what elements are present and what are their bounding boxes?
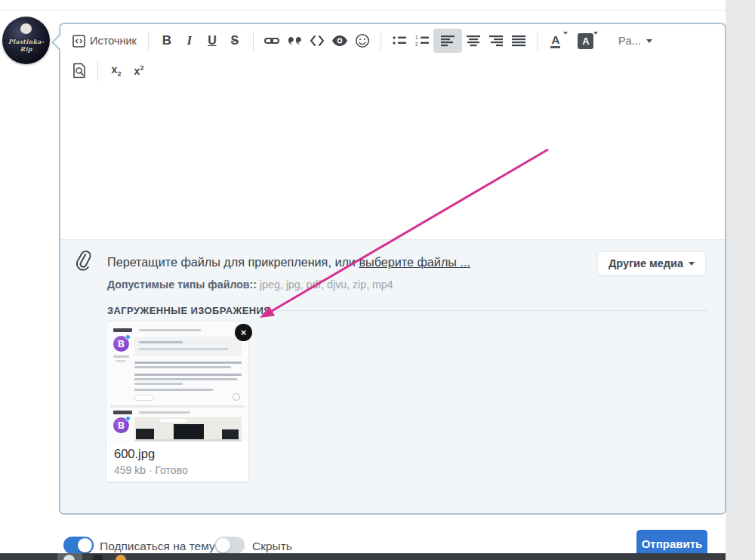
- other-media-button[interactable]: Другие медиа: [597, 251, 706, 275]
- drag-prefix: Перетащите файлы для прикрепления, или: [107, 255, 359, 269]
- top-divider: [0, 10, 726, 11]
- thumb-avatar2-letter: B: [118, 420, 125, 431]
- preview-toggle-button[interactable]: [328, 29, 351, 53]
- toggle-knob: [78, 538, 92, 552]
- source-button[interactable]: Источник: [68, 29, 141, 53]
- thumb-text-line: [134, 362, 242, 364]
- source-label: Источник: [90, 35, 137, 47]
- thumb-verified-icon2: [125, 416, 131, 421]
- thumb-room-photo: [134, 417, 242, 442]
- uploaded-heading-divider: [275, 310, 708, 311]
- align-left-button[interactable]: [433, 29, 462, 53]
- remove-attachment-button[interactable]: ×: [235, 324, 252, 341]
- hide-toggle[interactable]: [214, 537, 245, 554]
- svg-text:2: 2: [415, 42, 418, 47]
- toolbar-separator: [537, 31, 538, 51]
- uploaded-image-thumbnail[interactable]: B: [107, 322, 248, 442]
- preview-page-button[interactable]: [68, 58, 91, 82]
- chevron-down-icon: [646, 39, 652, 43]
- paragraph-format-label: Pa...: [618, 35, 641, 47]
- editor-content-area[interactable]: [60, 109, 725, 239]
- link-button[interactable]: [260, 29, 283, 53]
- user-avatar[interactable]: Plastinka-Rip: [2, 17, 50, 64]
- thumb-text-line: [134, 383, 183, 385]
- attachment-panel: Перетащите файлы для прикрепления, или в…: [60, 239, 725, 513]
- strike-glyph: S: [231, 34, 239, 48]
- quote-button[interactable]: [283, 29, 306, 53]
- attachment-meta: 459 kb · Готово: [114, 464, 188, 476]
- vinyl-label: [20, 23, 32, 34]
- toggle-knob: [216, 538, 230, 552]
- page-magnifier-icon: [72, 63, 87, 78]
- thumb-heart-icon: [233, 393, 240, 401]
- drag-drop-text: Перетащите файлы для прикрепления, или в…: [107, 255, 470, 269]
- avatar-name: Plastinka-Rip: [2, 38, 50, 53]
- thumb-text-line: [134, 374, 242, 376]
- underline-button[interactable]: U: [201, 29, 223, 53]
- superscript-glyph: x2: [134, 64, 144, 77]
- quote-icon: [287, 33, 302, 48]
- thumb-breadcrumb-bar2: [139, 411, 190, 414]
- subscript-glyph: x2: [112, 63, 122, 78]
- svg-text:1: 1: [415, 35, 418, 40]
- attachment-filename: 600.jpg: [114, 447, 155, 461]
- bullet-list-button[interactable]: [388, 29, 411, 53]
- chevron-down-icon: [593, 32, 598, 35]
- page-right-gutter: [726, 0, 755, 560]
- uploaded-images-heading: ЗАГРУЖЕННЫЕ ИЗОБРАЖЕНИЯ: [107, 305, 271, 316]
- text-color-button[interactable]: A: [544, 29, 567, 53]
- superscript-button[interactable]: x2: [128, 58, 150, 82]
- thumb-photo-desk: [134, 439, 242, 442]
- paperclip-icon: [72, 249, 95, 273]
- subscribe-label: Подписаться на тему: [100, 540, 215, 553]
- toolbar-separator: [148, 31, 149, 51]
- link-icon: [263, 32, 280, 49]
- bg-color-letter: A: [578, 33, 593, 49]
- taskbar-app-icon[interactable]: [93, 555, 103, 560]
- strikethrough-button[interactable]: S: [223, 29, 246, 53]
- underline-glyph: U: [208, 34, 217, 48]
- thumb-username-bar2: [116, 360, 125, 362]
- thumb-quote-block: [134, 337, 242, 356]
- thumb-avatar-letter: B: [118, 339, 125, 349]
- thumb-text-line: [134, 366, 231, 368]
- paragraph-format-dropdown[interactable]: Pa...: [614, 29, 657, 53]
- chevron-down-icon: [563, 32, 568, 35]
- bg-color-button[interactable]: A: [575, 29, 597, 53]
- thumb-username-bar: [113, 355, 129, 358]
- subscript-button[interactable]: x2: [105, 58, 128, 82]
- bold-glyph: B: [162, 33, 171, 48]
- thumb-quote-line: [139, 341, 183, 343]
- choose-files-link[interactable]: выберите файлы ...: [359, 255, 470, 269]
- hide-label: Скрыть: [252, 540, 292, 553]
- thumb-text-line: [134, 389, 213, 391]
- justify-icon: [511, 35, 526, 47]
- smiley-icon: [355, 33, 370, 48]
- os-taskbar[interactable]: [0, 553, 726, 560]
- allowed-types-values: jpeg, jpg, pdf, djvu, zip, mp4: [257, 278, 393, 291]
- italic-glyph: I: [187, 33, 193, 48]
- thumb-photo-monitor-right: [222, 429, 239, 439]
- source-icon: [72, 35, 85, 48]
- code-button[interactable]: [306, 29, 328, 53]
- allowed-types-label: Допустимые типы файлов::: [107, 278, 257, 291]
- code-icon: [309, 34, 325, 48]
- thumb-breadcrumb-bar: [139, 329, 201, 331]
- align-center-button[interactable]: [462, 29, 485, 53]
- numbered-list-button[interactable]: 12: [411, 29, 433, 53]
- taskbar-app-icon[interactable]: [116, 555, 126, 560]
- italic-button[interactable]: I: [178, 29, 201, 53]
- emoji-button[interactable]: [351, 29, 374, 53]
- uploaded-file-card: B: [106, 321, 249, 482]
- bold-button[interactable]: B: [156, 29, 178, 53]
- eye-icon: [331, 35, 348, 47]
- toolbar-separator: [97, 60, 98, 81]
- toolbar-separator: [381, 31, 381, 51]
- subscribe-toggle[interactable]: [63, 537, 94, 554]
- justify-button[interactable]: [507, 29, 530, 53]
- thumb-photo-tv: [174, 424, 204, 439]
- thumb-verified-icon: [125, 334, 131, 340]
- thumb-photo-monitor-left: [136, 429, 154, 439]
- align-right-button[interactable]: [485, 29, 507, 53]
- other-media-label: Другие медиа: [609, 257, 683, 269]
